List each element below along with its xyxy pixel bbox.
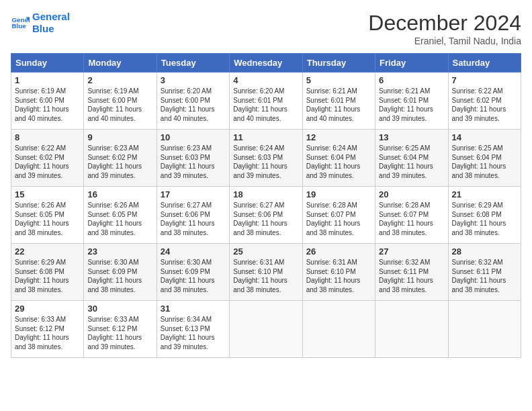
calendar-cell: 24 Sunrise: 6:30 AMSunset: 6:09 PMDaylig… [157,244,229,301]
calendar-week-row: 22 Sunrise: 6:29 AMSunset: 6:08 PMDaylig… [11,244,521,301]
cell-info: Sunrise: 6:34 AMSunset: 6:13 PMDaylight:… [161,315,226,351]
calendar-cell: 15 Sunrise: 6:26 AMSunset: 6:05 PMDaylig… [11,187,84,244]
cell-info: Sunrise: 6:33 AMSunset: 6:12 PMDaylight:… [87,315,152,351]
calendar-cell: 10 Sunrise: 6:23 AMSunset: 6:03 PMDaylig… [157,130,229,187]
day-number: 23 [87,246,152,257]
day-number: 28 [452,246,517,257]
day-number: 27 [379,246,444,257]
calendar-cell: 9 Sunrise: 6:23 AMSunset: 6:02 PMDayligh… [84,130,157,187]
page-header: General Blue GeneralBlue December 2024 E… [11,11,521,46]
calendar-cell: 29 Sunrise: 6:33 AMSunset: 6:12 PMDaylig… [11,301,84,358]
day-number: 15 [15,189,80,199]
calendar-table: SundayMondayTuesdayWednesdayThursdayFrid… [11,53,521,358]
calendar-cell: 18 Sunrise: 6:27 AMSunset: 6:06 PMDaylig… [230,187,302,244]
cell-info: Sunrise: 6:29 AMSunset: 6:08 PMDaylight:… [452,201,517,237]
calendar-week-row: 15 Sunrise: 6:26 AMSunset: 6:05 PMDaylig… [11,187,521,244]
cell-info: Sunrise: 6:26 AMSunset: 6:05 PMDaylight:… [15,201,80,237]
day-number: 17 [161,189,226,199]
day-number: 24 [161,246,226,257]
cell-info: Sunrise: 6:28 AMSunset: 6:07 PMDaylight:… [379,201,444,237]
day-number: 10 [161,132,226,142]
calendar-cell: 13 Sunrise: 6:25 AMSunset: 6:04 PMDaylig… [375,130,448,187]
day-number: 5 [306,75,371,85]
calendar-cell: 26 Sunrise: 6:31 AMSunset: 6:10 PMDaylig… [302,244,375,301]
calendar-cell: 16 Sunrise: 6:26 AMSunset: 6:05 PMDaylig… [84,187,157,244]
cell-info: Sunrise: 6:33 AMSunset: 6:12 PMDaylight:… [15,315,80,351]
day-number: 9 [87,132,152,142]
calendar-cell: 3 Sunrise: 6:20 AMSunset: 6:00 PMDayligh… [157,73,229,130]
cell-info: Sunrise: 6:21 AMSunset: 6:01 PMDaylight:… [306,87,371,123]
day-number: 2 [87,75,152,85]
calendar-cell [448,301,521,358]
cell-info: Sunrise: 6:19 AMSunset: 6:00 PMDaylight:… [87,87,152,123]
day-number: 16 [87,189,152,199]
calendar-cell [375,301,448,358]
cell-info: Sunrise: 6:23 AMSunset: 6:03 PMDaylight:… [161,144,226,180]
calendar-cell [230,301,302,358]
calendar-cell: 23 Sunrise: 6:30 AMSunset: 6:09 PMDaylig… [84,244,157,301]
location-subtitle: Eraniel, Tamil Nadu, India [368,36,521,46]
calendar-week-row: 8 Sunrise: 6:22 AMSunset: 6:02 PMDayligh… [11,130,521,187]
day-number: 21 [452,189,517,199]
calendar-cell: 1 Sunrise: 6:19 AMSunset: 6:00 PMDayligh… [11,73,84,130]
cell-info: Sunrise: 6:27 AMSunset: 6:06 PMDaylight:… [161,201,226,237]
day-number: 1 [15,75,80,85]
cell-info: Sunrise: 6:20 AMSunset: 6:01 PMDaylight:… [233,87,298,123]
cell-info: Sunrise: 6:32 AMSunset: 6:11 PMDaylight:… [452,258,517,294]
cell-info: Sunrise: 6:22 AMSunset: 6:02 PMDaylight:… [15,144,80,180]
weekday-header: Friday [375,54,448,73]
calendar-week-row: 29 Sunrise: 6:33 AMSunset: 6:12 PMDaylig… [11,301,521,358]
day-number: 25 [233,246,298,257]
logo-icon: General Blue [11,13,30,32]
day-number: 8 [15,132,80,142]
calendar-cell: 2 Sunrise: 6:19 AMSunset: 6:00 PMDayligh… [84,73,157,130]
calendar-cell: 17 Sunrise: 6:27 AMSunset: 6:06 PMDaylig… [157,187,229,244]
weekday-header: Sunday [11,54,84,73]
calendar-week-row: 1 Sunrise: 6:19 AMSunset: 6:00 PMDayligh… [11,73,521,130]
calendar-cell: 7 Sunrise: 6:22 AMSunset: 6:02 PMDayligh… [448,73,521,130]
day-number: 12 [306,132,371,142]
cell-info: Sunrise: 6:26 AMSunset: 6:05 PMDaylight:… [87,201,152,237]
calendar-cell: 8 Sunrise: 6:22 AMSunset: 6:02 PMDayligh… [11,130,84,187]
calendar-cell: 30 Sunrise: 6:33 AMSunset: 6:12 PMDaylig… [84,301,157,358]
month-year-title: December 2024 [368,11,521,36]
calendar-cell: 27 Sunrise: 6:32 AMSunset: 6:11 PMDaylig… [375,244,448,301]
weekday-header: Thursday [302,54,375,73]
cell-info: Sunrise: 6:19 AMSunset: 6:00 PMDaylight:… [15,87,80,123]
cell-info: Sunrise: 6:25 AMSunset: 6:04 PMDaylight:… [379,144,444,180]
cell-info: Sunrise: 6:29 AMSunset: 6:08 PMDaylight:… [15,258,80,294]
day-number: 31 [161,304,226,314]
title-block: December 2024 Eraniel, Tamil Nadu, India [368,11,521,46]
calendar-cell: 6 Sunrise: 6:21 AMSunset: 6:01 PMDayligh… [375,73,448,130]
cell-info: Sunrise: 6:32 AMSunset: 6:11 PMDaylight:… [379,258,444,294]
cell-info: Sunrise: 6:30 AMSunset: 6:09 PMDaylight:… [161,258,226,294]
day-number: 30 [87,304,152,314]
cell-info: Sunrise: 6:23 AMSunset: 6:02 PMDaylight:… [87,144,152,180]
calendar-cell: 20 Sunrise: 6:28 AMSunset: 6:07 PMDaylig… [375,187,448,244]
day-number: 7 [452,75,517,85]
weekday-header: Tuesday [157,54,229,73]
calendar-cell: 31 Sunrise: 6:34 AMSunset: 6:13 PMDaylig… [157,301,229,358]
day-number: 14 [452,132,517,142]
day-number: 13 [379,132,444,142]
day-number: 11 [233,132,298,142]
calendar-cell: 25 Sunrise: 6:31 AMSunset: 6:10 PMDaylig… [230,244,302,301]
calendar-cell: 5 Sunrise: 6:21 AMSunset: 6:01 PMDayligh… [302,73,375,130]
calendar-cell: 19 Sunrise: 6:28 AMSunset: 6:07 PMDaylig… [302,187,375,244]
day-number: 3 [161,75,226,85]
day-number: 19 [306,189,371,199]
day-number: 26 [306,246,371,257]
calendar-cell: 4 Sunrise: 6:20 AMSunset: 6:01 PMDayligh… [230,73,302,130]
day-number: 4 [233,75,298,85]
cell-info: Sunrise: 6:31 AMSunset: 6:10 PMDaylight:… [306,258,371,294]
svg-text:Blue: Blue [11,22,26,30]
day-number: 18 [233,189,298,199]
logo-text: GeneralBlue [32,11,70,35]
cell-info: Sunrise: 6:27 AMSunset: 6:06 PMDaylight:… [233,201,298,237]
calendar-cell [302,301,375,358]
cell-info: Sunrise: 6:24 AMSunset: 6:03 PMDaylight:… [233,144,298,180]
weekday-header: Saturday [448,54,521,73]
cell-info: Sunrise: 6:28 AMSunset: 6:07 PMDaylight:… [306,201,371,237]
day-number: 29 [15,304,80,314]
calendar-cell: 22 Sunrise: 6:29 AMSunset: 6:08 PMDaylig… [11,244,84,301]
